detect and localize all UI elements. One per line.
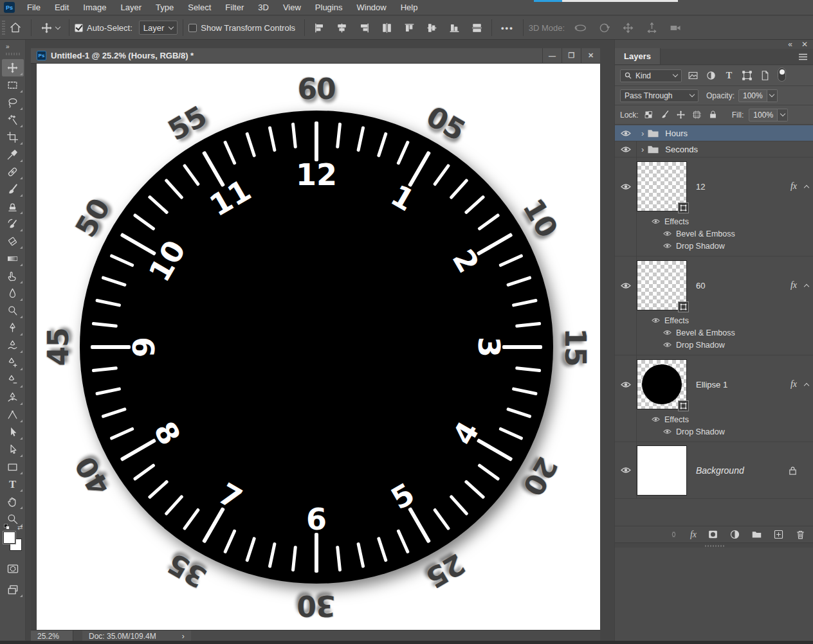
- align-middle-icon[interactable]: [423, 20, 441, 36]
- effects-visibility-toggle[interactable]: [650, 219, 661, 224]
- magic-wand-tool[interactable]: [2, 111, 24, 129]
- lock-artboard-icon[interactable]: [692, 110, 702, 120]
- align-right-icon[interactable]: [355, 20, 374, 36]
- shape-layer-filter-icon[interactable]: [742, 70, 753, 81]
- freeform-pen-tool[interactable]: [2, 337, 24, 354]
- curvature-pen-tool[interactable]: [2, 389, 24, 406]
- distribute-h-icon[interactable]: [378, 20, 396, 36]
- fill-dropdown-button[interactable]: [778, 109, 788, 121]
- effects-row[interactable]: Effects: [615, 413, 813, 425]
- collapse-effects-icon[interactable]: [804, 184, 809, 190]
- zoom-level-field[interactable]: 25.2%: [31, 631, 73, 642]
- collapse-panels-icon[interactable]: «: [788, 40, 792, 49]
- link-layers-icon[interactable]: [668, 529, 679, 540]
- lock-position-icon[interactable]: [676, 110, 686, 120]
- layer-row[interactable]: Ellipse 1fx: [615, 355, 813, 413]
- effect-row-bevel-emboss[interactable]: Bevel & Emboss: [615, 326, 813, 339]
- layer-name[interactable]: Background: [696, 465, 744, 476]
- effect-visibility-toggle[interactable]: [662, 342, 672, 348]
- expand-group-icon[interactable]: ›: [641, 145, 644, 154]
- layer-thumbnail[interactable]: [637, 161, 687, 211]
- convert-point-tool[interactable]: [2, 406, 24, 424]
- clone-stamp-tool[interactable]: [2, 198, 24, 215]
- tool-preset-move-icon[interactable]: [37, 19, 64, 37]
- effect-row-drop-shadow[interactable]: Drop Shadow: [615, 240, 813, 252]
- screen-mode-button[interactable]: [2, 581, 24, 598]
- filter-toggle[interactable]: [778, 67, 786, 84]
- pixel-layer-filter-icon[interactable]: [688, 70, 699, 81]
- menu-select[interactable]: Select: [181, 0, 218, 15]
- history-brush-tool[interactable]: [2, 215, 24, 233]
- panel-resize-grip[interactable]: [615, 542, 813, 548]
- path-selection-tool[interactable]: [2, 424, 24, 441]
- toolbar-grip[interactable]: [6, 53, 20, 55]
- lasso-tool[interactable]: [2, 94, 24, 111]
- collapse-effects-icon[interactable]: [804, 382, 809, 388]
- document-title-bar[interactable]: Ps Untitled-1 @ 25.2% (Hours, RGB/8) * —…: [31, 48, 600, 64]
- brush-tool[interactable]: [2, 181, 24, 198]
- maximize-button[interactable]: ❒: [562, 48, 581, 64]
- rectangular-marquee-tool[interactable]: [2, 76, 24, 94]
- canvas[interactable]: 121234567891011600510152025303540455055: [37, 64, 600, 630]
- add-anchor-point-tool[interactable]: [2, 354, 24, 371]
- close-button[interactable]: ✕: [581, 48, 600, 64]
- align-left-icon[interactable]: [310, 20, 329, 36]
- opacity-dropdown-button[interactable]: [767, 89, 778, 102]
- effect-visibility-toggle[interactable]: [662, 243, 672, 249]
- effects-visibility-toggle[interactable]: [650, 318, 661, 323]
- menu-type[interactable]: Type: [149, 0, 181, 15]
- menu-layer[interactable]: Layer: [114, 0, 149, 15]
- effects-row[interactable]: Effects: [615, 314, 813, 326]
- layer-visibility-toggle[interactable]: [615, 381, 636, 388]
- eraser-tool[interactable]: [2, 233, 24, 250]
- hand-tool[interactable]: [2, 493, 24, 510]
- quick-mask-mode-button[interactable]: [2, 560, 24, 577]
- layer-name[interactable]: 60: [696, 281, 705, 291]
- lock-paint-icon[interactable]: [660, 110, 670, 120]
- dodge-tool[interactable]: [2, 302, 24, 319]
- effect-visibility-toggle[interactable]: [662, 330, 672, 335]
- panel-menu-icon[interactable]: [798, 53, 808, 60]
- layer-visibility-toggle[interactable]: [615, 146, 636, 153]
- menu-image[interactable]: Image: [76, 0, 113, 15]
- tab-layers[interactable]: Layers: [615, 48, 661, 64]
- swap-colors-icon[interactable]: ⇄: [17, 524, 23, 531]
- blend-mode-dropdown[interactable]: Pass Through: [620, 89, 699, 102]
- gradient-tool[interactable]: [2, 250, 24, 267]
- move-tool[interactable]: [2, 59, 24, 76]
- default-colors-icon[interactable]: [4, 524, 10, 530]
- pen-tool[interactable]: [2, 319, 24, 337]
- layer-thumbnail[interactable]: [637, 445, 687, 496]
- delete-layer-icon[interactable]: [795, 529, 806, 540]
- minimize-button[interactable]: —: [542, 48, 562, 64]
- eyedropper-tool[interactable]: [2, 146, 24, 163]
- crop-tool[interactable]: [2, 129, 24, 146]
- menu-3d[interactable]: 3D: [251, 0, 276, 15]
- menu-file[interactable]: File: [20, 0, 48, 15]
- foreground-color-swatch[interactable]: [3, 532, 15, 544]
- effects-row[interactable]: Effects: [615, 215, 813, 228]
- direct-selection-tool[interactable]: [2, 441, 24, 458]
- document-sizes-status[interactable]: Doc: 35.0M/109.4M ›: [82, 631, 191, 642]
- layer-group-hours[interactable]: ›Hours: [615, 125, 813, 141]
- layer-name[interactable]: 12: [696, 182, 705, 192]
- auto-select-target-dropdown[interactable]: Layer: [139, 21, 178, 35]
- align-bottom-icon[interactable]: [445, 20, 464, 36]
- add-layer-mask-icon[interactable]: [708, 529, 718, 540]
- show-transform-checkbox[interactable]: [188, 24, 197, 32]
- layer-thumbnail[interactable]: [637, 359, 687, 409]
- align-center-h-icon[interactable]: [333, 20, 351, 36]
- distribute-v-icon[interactable]: [468, 20, 486, 36]
- effect-visibility-toggle[interactable]: [662, 429, 672, 434]
- fx-badge[interactable]: fx: [790, 280, 797, 291]
- healing-brush-tool[interactable]: [2, 163, 24, 181]
- fx-badge[interactable]: fx: [790, 379, 797, 389]
- menu-help[interactable]: Help: [394, 0, 425, 15]
- menu-view[interactable]: View: [276, 0, 308, 15]
- blur-tool[interactable]: [2, 285, 24, 302]
- smart-object-filter-icon[interactable]: [760, 70, 771, 81]
- layer-thumbnail[interactable]: [637, 260, 687, 310]
- status-chevron-icon[interactable]: ›: [182, 631, 185, 642]
- layer-row[interactable]: 60fx: [615, 256, 813, 314]
- fill-value-field[interactable]: 100%: [749, 109, 778, 121]
